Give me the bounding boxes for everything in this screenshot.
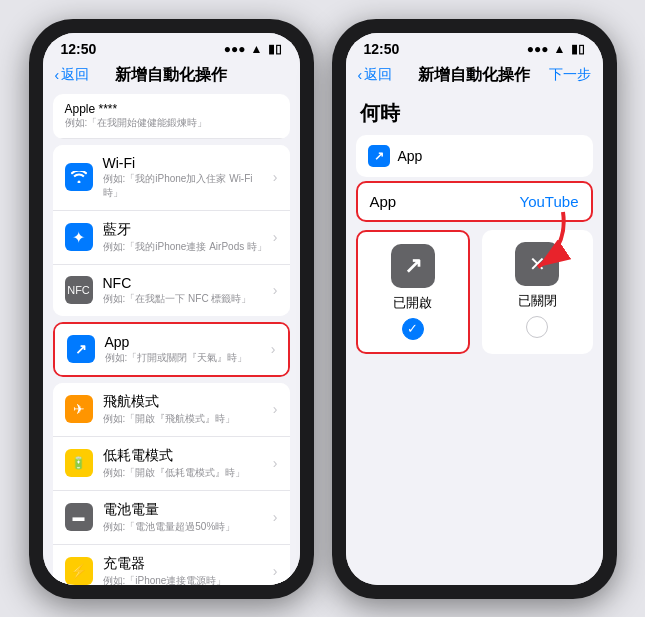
nav-title-right: 新增自動化操作 xyxy=(418,65,530,86)
bluetooth-subtitle: 例如:「我的iPhone連接 AirPods 時」 xyxy=(103,240,273,254)
nfc-title: NFC xyxy=(103,275,273,291)
phone-right: 12:50 ●●● ▲ ▮▯ ‹ 返回 新增自動化操作 下一步 何時 ↗ App xyxy=(332,19,617,599)
battery-title: 電池電量 xyxy=(103,501,273,519)
phone-left-screen: 12:50 ●●● ▲ ▮▯ ‹ 返回 新增自動化操作 Apple **** 例… xyxy=(43,33,300,585)
back-button-left[interactable]: ‹ 返回 xyxy=(55,66,90,84)
partial-subtitle: 例如:「在我開始健健能鍛煉時」 xyxy=(65,116,278,130)
content-right: 何時 ↗ App App YouTube xyxy=(346,92,603,585)
lowpower-subtitle: 例如:「開啟『低耗電模式』時」 xyxy=(103,466,273,480)
time-right: 12:50 xyxy=(364,41,400,57)
opened-check[interactable]: ✓ xyxy=(402,318,424,340)
chevron-back-icon-left: ‹ xyxy=(55,67,60,83)
wifi-subtitle: 例如:「我的iPhone加入住家 Wi-Fi 時」 xyxy=(103,172,273,200)
lowpower-text: 低耗電模式 例如:「開啟『低耗電模式』時」 xyxy=(103,447,273,480)
chevron-icon-lowpower: › xyxy=(273,455,278,471)
lowpower-title: 低耗電模式 xyxy=(103,447,273,465)
status-icons-left: ●●● ▲ ▮▯ xyxy=(224,42,282,56)
when-label: 何時 xyxy=(346,92,603,131)
airplane-icon: ✈ xyxy=(65,395,93,423)
nfc-text: NFC 例如:「在我點一下 NFC 標籤時」 xyxy=(103,275,273,306)
nav-bar-right: ‹ 返回 新增自動化操作 下一步 xyxy=(346,61,603,92)
list-item-wifi[interactable]: Wi-Fi 例如:「我的iPhone加入住家 Wi-Fi 時」 › xyxy=(53,145,290,211)
partial-content: Apple **** 例如:「在我開始健健能鍛煉時」 xyxy=(53,94,290,139)
battery-subtitle: 例如:「電池電量超過50%時」 xyxy=(103,520,273,534)
time-left: 12:50 xyxy=(61,41,97,57)
yt-left-label: App xyxy=(370,193,397,210)
wifi-title: Wi-Fi xyxy=(103,155,273,171)
option-opened[interactable]: ↗ 已開啟 ✓ xyxy=(356,230,471,354)
main-list: Wi-Fi 例如:「我的iPhone加入住家 Wi-Fi 時」 › ✦ 藍牙 例… xyxy=(53,145,290,316)
opened-label: 已開啟 xyxy=(393,294,432,312)
content-left: Apple **** 例如:「在我開始健健能鍛煉時」 Wi-Fi 例如:「我的i… xyxy=(43,92,300,585)
options-grid: ↗ 已開啟 ✓ ✕ 已關閉 xyxy=(356,230,593,354)
charger-icon: ⚡ xyxy=(65,557,93,585)
chevron-back-icon-right: ‹ xyxy=(358,67,363,83)
wifi-icon-right: ▲ xyxy=(554,42,566,56)
battery-icon-left: ▮▯ xyxy=(268,42,282,56)
list-item-bluetooth[interactable]: ✦ 藍牙 例如:「我的iPhone連接 AirPods 時」 › xyxy=(53,211,290,265)
chevron-icon-nfc: › xyxy=(273,282,278,298)
partial-title: Apple **** xyxy=(65,102,278,116)
status-bar-left: 12:50 ●●● ▲ ▮▯ xyxy=(43,33,300,61)
back-button-right[interactable]: ‹ 返回 xyxy=(358,66,393,84)
chevron-icon-battery: › xyxy=(273,509,278,525)
signal-icon-right: ●●● xyxy=(527,42,549,56)
list-item-lowpower[interactable]: 🔋 低耗電模式 例如:「開啟『低耗電模式』時」 › xyxy=(53,437,290,491)
nav-bar-left: ‹ 返回 新增自動化操作 xyxy=(43,61,300,92)
wifi-icon xyxy=(65,163,93,191)
phone-right-screen: 12:50 ●●● ▲ ▮▯ ‹ 返回 新增自動化操作 下一步 何時 ↗ App xyxy=(346,33,603,585)
closed-label: 已關閉 xyxy=(518,292,557,310)
list-item-airplane[interactable]: ✈ 飛航模式 例如:「開啟『飛航模式』時」 › xyxy=(53,383,290,437)
charger-title: 充電器 xyxy=(103,555,273,573)
closed-check[interactable] xyxy=(526,316,548,338)
back-label-right: 返回 xyxy=(364,66,392,84)
bluetooth-text: 藍牙 例如:「我的iPhone連接 AirPods 時」 xyxy=(103,221,273,254)
app-trigger-label: App xyxy=(398,148,423,164)
lowpower-icon: 🔋 xyxy=(65,449,93,477)
app-item-highlighted[interactable]: ↗ App 例如:「打開或關閉『天氣』時」 › xyxy=(53,322,290,377)
opened-icon-box: ↗ xyxy=(391,244,435,288)
status-icons-right: ●●● ▲ ▮▯ xyxy=(527,42,585,56)
battery-text: 電池電量 例如:「電池電量超過50%時」 xyxy=(103,501,273,534)
nav-title-left: 新增自動化操作 xyxy=(115,65,227,86)
signal-icon-left: ●●● xyxy=(224,42,246,56)
list-item-battery[interactable]: ▬ 電池電量 例如:「電池電量超過50%時」 › xyxy=(53,491,290,545)
battery-icon-right: ▮▯ xyxy=(571,42,585,56)
app-title: App xyxy=(105,334,271,350)
nfc-subtitle: 例如:「在我點一下 NFC 標籤時」 xyxy=(103,292,273,306)
chevron-icon-bluetooth: › xyxy=(273,229,278,245)
charger-text: 充電器 例如:「iPhone連接電源時」 xyxy=(103,555,273,585)
next-button[interactable]: 下一步 xyxy=(549,66,591,84)
app-trigger-icon: ↗ xyxy=(368,145,390,167)
wifi-icon-left: ▲ xyxy=(251,42,263,56)
list-item-nfc[interactable]: NFC NFC 例如:「在我點一下 NFC 標籤時」 › xyxy=(53,265,290,316)
airplane-subtitle: 例如:「開啟『飛航模式』時」 xyxy=(103,412,273,426)
bottom-list: ✈ 飛航模式 例如:「開啟『飛航模式』時」 › 🔋 低耗電模式 例如:「開啟『低… xyxy=(53,383,290,585)
partial-item-top: Apple **** 例如:「在我開始健健能鍛煉時」 xyxy=(53,94,290,139)
yt-right-value: YouTube xyxy=(520,193,579,210)
airplane-title: 飛航模式 xyxy=(103,393,273,411)
bluetooth-icon: ✦ xyxy=(65,223,93,251)
app-youtube-row[interactable]: App YouTube xyxy=(356,181,593,222)
bluetooth-title: 藍牙 xyxy=(103,221,273,239)
nfc-icon: NFC xyxy=(65,276,93,304)
airplane-text: 飛航模式 例如:「開啟『飛航模式』時」 xyxy=(103,393,273,426)
back-label-left: 返回 xyxy=(61,66,89,84)
battery-level-icon: ▬ xyxy=(65,503,93,531)
list-item-charger[interactable]: ⚡ 充電器 例如:「iPhone連接電源時」 › xyxy=(53,545,290,585)
app-subtitle: 例如:「打開或關閉『天氣』時」 xyxy=(105,351,271,365)
list-item-app[interactable]: ↗ App 例如:「打開或關閉『天氣』時」 › xyxy=(55,324,288,375)
wifi-text: Wi-Fi 例如:「我的iPhone加入住家 Wi-Fi 時」 xyxy=(103,155,273,200)
app-text: App 例如:「打開或關閉『天氣』時」 xyxy=(105,334,271,365)
phone-left: 12:50 ●●● ▲ ▮▯ ‹ 返回 新增自動化操作 Apple **** 例… xyxy=(29,19,314,599)
app-trigger-row[interactable]: ↗ App xyxy=(356,135,593,177)
app-icon: ↗ xyxy=(67,335,95,363)
chevron-icon-airplane: › xyxy=(273,401,278,417)
closed-icon-box: ✕ xyxy=(515,242,559,286)
chevron-icon-charger: › xyxy=(273,563,278,579)
status-bar-right: 12:50 ●●● ▲ ▮▯ xyxy=(346,33,603,61)
chevron-icon-app: › xyxy=(271,341,276,357)
chevron-icon-wifi: › xyxy=(273,169,278,185)
option-closed[interactable]: ✕ 已關閉 xyxy=(482,230,593,354)
charger-subtitle: 例如:「iPhone連接電源時」 xyxy=(103,574,273,585)
